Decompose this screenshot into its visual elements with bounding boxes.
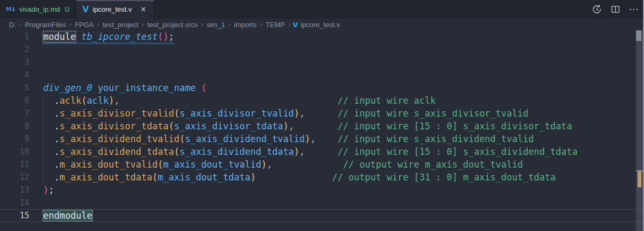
- code-line[interactable]: 3: [0, 56, 644, 69]
- line-text: .s_axis_divisor_tvalid(s_axis_divisor_tv…: [29, 107, 528, 120]
- markdown-icon: M↓: [6, 6, 15, 13]
- code-line[interactable]: 12 .m_axis_dout_tdata(m_axis_dout_tdata)…: [0, 171, 644, 184]
- breadcrumb-item[interactable]: test_project.srcs: [146, 21, 199, 29]
- editor-actions: ⋯: [591, 0, 640, 19]
- tab-bar: M↓ vivado_ip.md U V ipcore_test.v ✕ ⋯: [0, 0, 644, 19]
- line-text: [29, 196, 43, 209]
- split-editor-icon[interactable]: [609, 4, 621, 15]
- code-line[interactable]: 14: [0, 196, 644, 209]
- line-text: [29, 56, 43, 69]
- line-number[interactable]: 3: [0, 56, 29, 69]
- code-line[interactable]: 6 .aclk(aclk), // input wire aclk: [0, 94, 644, 107]
- vivado-icon: V: [82, 4, 88, 14]
- breadcrumb-item[interactable]: FPGA: [74, 21, 95, 29]
- tab-vivado-ip-md[interactable]: M↓ vivado_ip.md U: [0, 0, 76, 19]
- chevron-right-icon: ›: [286, 20, 293, 29]
- line-number[interactable]: 9: [0, 133, 29, 145]
- line-text: .s_axis_dividend_tvalid(s_axis_dividend_…: [29, 133, 534, 145]
- breadcrumb-item[interactable]: ProgramFiles: [24, 21, 67, 29]
- editor-scrollbar[interactable]: [636, 30, 643, 231]
- chevron-right-icon: ›: [95, 20, 102, 29]
- line-text: [29, 69, 43, 81]
- chevron-right-icon: ›: [67, 20, 74, 29]
- close-icon[interactable]: ✕: [139, 5, 148, 14]
- code-line[interactable]: 8 .s_axis_divisor_tdata(s_axis_divisor_t…: [0, 120, 644, 133]
- code-line[interactable]: 10 .s_axis_dividend_tdata(s_axis_dividen…: [0, 145, 644, 158]
- line-text: div_gen_0 your_instance_name (: [29, 81, 207, 94]
- line-number[interactable]: 12: [0, 171, 29, 184]
- line-number[interactable]: 6: [0, 94, 29, 107]
- line-text: module tb_ipcore_test();: [29, 30, 174, 43]
- git-untracked-badge: U: [65, 6, 70, 13]
- tab-label: vivado_ip.md: [19, 5, 60, 13]
- tab-label: ipcore_test.v: [93, 5, 132, 13]
- line-number[interactable]: 14: [0, 196, 29, 209]
- line-text: .s_axis_divisor_tdata(s_axis_divisor_tda…: [29, 120, 572, 133]
- info-squiggle: module tb_ipcore_test();: [43, 31, 174, 42]
- breadcrumb-item[interactable]: D:: [8, 21, 17, 29]
- tab-ipcore-test-v[interactable]: V ipcore_test.v ✕: [76, 0, 154, 19]
- code-line[interactable]: 2: [0, 43, 644, 56]
- vivado-icon: V: [292, 21, 298, 29]
- line-text: endmodule: [29, 209, 92, 222]
- line-text: );: [29, 184, 54, 196]
- chevron-right-icon: ›: [199, 20, 206, 29]
- line-text: .s_axis_dividend_tdata(s_axis_dividend_t…: [29, 145, 577, 158]
- line-number[interactable]: 10: [0, 145, 29, 158]
- code-line[interactable]: 9 .s_axis_dividend_tvalid(s_axis_dividen…: [0, 133, 644, 145]
- line-number[interactable]: 7: [0, 107, 29, 120]
- code-editor[interactable]: 1module tb_ipcore_test();2345div_gen_0 y…: [0, 30, 644, 231]
- line-text: .m_axis_dout_tdata(m_axis_dout_tdata) //…: [29, 171, 556, 184]
- chevron-right-icon: ›: [140, 20, 146, 29]
- more-actions-icon[interactable]: ⋯: [628, 4, 640, 15]
- line-number[interactable]: 13: [0, 184, 29, 196]
- breadcrumb-item[interactable]: TEMP: [265, 21, 286, 29]
- line-number[interactable]: 1: [0, 30, 29, 43]
- chevron-right-icon: ›: [226, 20, 233, 29]
- code-line[interactable]: 7 .s_axis_divisor_tvalid(s_axis_divisor_…: [0, 107, 644, 120]
- line-number[interactable]: 8: [0, 120, 29, 133]
- code-line[interactable]: 15endmodule: [0, 209, 644, 222]
- overview-ruler-marker-top: [636, 30, 641, 41]
- breadcrumb-file[interactable]: Vipcore_test.v: [292, 21, 340, 29]
- code-line[interactable]: 11 .m_axis_dout_tvalid(m_axis_dout_tvali…: [0, 158, 644, 171]
- code-line[interactable]: 4: [0, 69, 644, 81]
- line-number[interactable]: 2: [0, 43, 29, 56]
- breadcrumb-item[interactable]: test_project: [102, 21, 140, 29]
- line-text: .aclk(aclk), // input wire aclk: [29, 94, 436, 107]
- overview-ruler-marker-tan: [638, 171, 641, 187]
- timeline-history-icon[interactable]: [591, 4, 602, 15]
- line-number[interactable]: 11: [0, 158, 29, 171]
- code-line[interactable]: 1module tb_ipcore_test();: [0, 30, 644, 43]
- line-number[interactable]: 15: [0, 209, 29, 222]
- line-number[interactable]: 4: [0, 69, 29, 81]
- breadcrumb-item[interactable]: imports: [233, 21, 258, 29]
- line-number[interactable]: 5: [0, 81, 29, 94]
- code-line[interactable]: 5div_gen_0 your_instance_name (: [0, 81, 644, 94]
- line-text: .m_axis_dout_tvalid(m_axis_dout_tvalid),…: [29, 158, 523, 171]
- chevron-right-icon: ›: [258, 20, 265, 29]
- breadcrumb: D:›ProgramFiles›FPGA›test_project›test_p…: [0, 19, 644, 30]
- breadcrumb-item[interactable]: sim_1: [206, 21, 226, 29]
- code-line[interactable]: 13);: [0, 184, 644, 196]
- chevron-right-icon: ›: [17, 20, 24, 29]
- line-text: [29, 43, 43, 56]
